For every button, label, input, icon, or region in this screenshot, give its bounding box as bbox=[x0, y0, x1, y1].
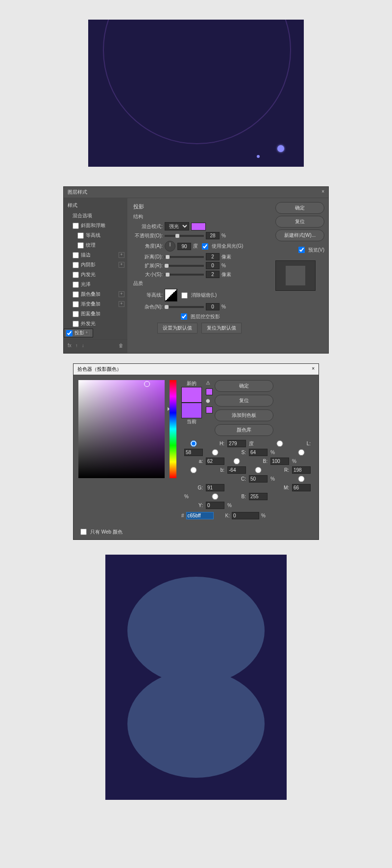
sidebar-header[interactable]: 样式 bbox=[64, 200, 127, 211]
g-input[interactable] bbox=[206, 484, 224, 491]
add-icon[interactable]: + bbox=[84, 330, 90, 336]
fx-gradient-overlay[interactable]: 渐变叠加+ bbox=[64, 299, 127, 309]
r-input[interactable] bbox=[292, 466, 311, 474]
opacity-input[interactable] bbox=[206, 232, 220, 239]
fx-inner-shadow[interactable]: 内阴影+ bbox=[64, 260, 127, 270]
fx-color-overlay[interactable]: 颜色叠加+ bbox=[64, 289, 127, 299]
cancel-button[interactable]: 复位 bbox=[215, 395, 273, 407]
knockout-checkbox[interactable] bbox=[181, 313, 187, 320]
b-input[interactable] bbox=[270, 458, 289, 465]
warning-swatch[interactable] bbox=[206, 388, 213, 395]
ok-button[interactable]: 确定 bbox=[275, 202, 324, 214]
checkbox[interactable] bbox=[73, 281, 79, 288]
add-swatch-button[interactable]: 添加到色板 bbox=[215, 409, 273, 421]
fx-contour[interactable]: 等高线 bbox=[64, 230, 127, 240]
blend-mode-select[interactable]: 强光 bbox=[165, 222, 189, 230]
h-input[interactable] bbox=[227, 440, 246, 447]
fx-label[interactable]: fx bbox=[68, 343, 72, 348]
s-input[interactable] bbox=[249, 449, 268, 456]
l-input[interactable] bbox=[184, 449, 203, 456]
spread-slider[interactable] bbox=[165, 265, 204, 267]
fx-satin[interactable]: 光泽 bbox=[64, 280, 127, 289]
current-color-swatch[interactable] bbox=[181, 403, 202, 418]
make-default-button[interactable]: 设置为默认值 bbox=[157, 323, 197, 333]
size-label: 大小(S): bbox=[133, 271, 163, 278]
b2-radio[interactable] bbox=[184, 467, 203, 473]
noise-slider[interactable] bbox=[165, 306, 204, 308]
reset-default-button[interactable]: 复位为默认值 bbox=[201, 323, 242, 333]
web-only-checkbox[interactable] bbox=[80, 529, 87, 535]
c-input[interactable] bbox=[249, 475, 268, 483]
ok-button[interactable]: 确定 bbox=[215, 380, 273, 392]
contour-picker[interactable] bbox=[165, 289, 177, 302]
opacity-slider[interactable] bbox=[165, 235, 204, 237]
color-field[interactable] bbox=[78, 380, 165, 478]
checkbox[interactable] bbox=[73, 321, 79, 327]
add-icon[interactable]: + bbox=[119, 291, 124, 297]
checkbox[interactable] bbox=[73, 223, 79, 229]
angle-dial[interactable] bbox=[165, 241, 175, 252]
angle-input[interactable] bbox=[177, 243, 191, 250]
add-icon[interactable]: + bbox=[119, 262, 124, 268]
r-radio[interactable] bbox=[249, 467, 268, 473]
cancel-button[interactable]: 复位 bbox=[275, 216, 324, 228]
fx-drop-shadow[interactable]: 投影+ bbox=[64, 329, 93, 337]
antialias-checkbox[interactable] bbox=[181, 292, 188, 299]
fx-pattern-overlay[interactable]: 图案叠加 bbox=[64, 309, 127, 319]
global-light-checkbox[interactable] bbox=[202, 243, 208, 250]
hue-slider[interactable] bbox=[170, 380, 176, 478]
checkbox[interactable] bbox=[73, 252, 79, 258]
l-radio[interactable] bbox=[270, 440, 289, 447]
distance-slider[interactable] bbox=[165, 256, 204, 258]
checkbox[interactable] bbox=[73, 262, 79, 268]
checkbox[interactable] bbox=[66, 330, 73, 336]
y-input[interactable] bbox=[206, 502, 224, 509]
b2-input[interactable] bbox=[227, 466, 246, 474]
fx-stroke[interactable]: 描边+ bbox=[64, 250, 127, 260]
m-input[interactable] bbox=[292, 484, 311, 491]
fx-outer-glow[interactable]: 外发光 bbox=[64, 319, 127, 329]
bb-input[interactable] bbox=[249, 493, 268, 500]
titlebar[interactable]: 拾色器（投影颜色） × bbox=[74, 364, 318, 375]
fx-inner-glow[interactable]: 内发光 bbox=[64, 270, 127, 280]
color-library-button[interactable]: 颜色库 bbox=[215, 424, 273, 436]
size-slider[interactable] bbox=[165, 274, 204, 276]
distance-input[interactable] bbox=[206, 253, 220, 260]
checkbox[interactable] bbox=[77, 242, 84, 249]
checkbox[interactable] bbox=[73, 311, 79, 317]
trash-icon[interactable]: 🗑 bbox=[119, 343, 123, 348]
checkbox[interactable] bbox=[77, 232, 84, 239]
add-icon[interactable]: + bbox=[119, 252, 124, 258]
add-icon[interactable]: + bbox=[119, 301, 124, 307]
spread-input[interactable] bbox=[206, 262, 220, 269]
hex-input[interactable] bbox=[186, 512, 214, 519]
close-icon[interactable]: × bbox=[312, 366, 315, 373]
fx-bevel[interactable]: 斜面和浮雕 bbox=[64, 221, 127, 230]
checkbox[interactable] bbox=[73, 272, 79, 278]
cube-icon[interactable]: ⬢ bbox=[206, 398, 213, 404]
new-color-swatch[interactable] bbox=[181, 387, 202, 403]
h-radio[interactable] bbox=[184, 440, 203, 447]
close-icon[interactable]: × bbox=[321, 189, 324, 196]
preview-checkbox[interactable] bbox=[298, 247, 305, 253]
s-radio[interactable] bbox=[206, 449, 224, 456]
blend-options[interactable]: 混合选项 bbox=[64, 211, 127, 221]
warning-icon[interactable]: ⚠ bbox=[206, 380, 213, 385]
k-input[interactable] bbox=[232, 512, 259, 519]
g-radio[interactable] bbox=[292, 476, 311, 482]
cube-swatch[interactable] bbox=[206, 407, 213, 413]
color-swatch[interactable] bbox=[191, 223, 206, 230]
bb-radio[interactable] bbox=[206, 493, 224, 500]
b-radio[interactable] bbox=[227, 458, 246, 464]
titlebar[interactable]: 图层样式 × bbox=[64, 187, 328, 198]
new-style-button[interactable]: 新建样式(W)... bbox=[275, 230, 324, 241]
arrow-down-icon[interactable]: ↓ bbox=[82, 343, 84, 348]
checkbox[interactable] bbox=[73, 291, 79, 298]
a-radio[interactable] bbox=[292, 449, 311, 456]
size-input[interactable] bbox=[206, 271, 220, 278]
noise-input[interactable] bbox=[206, 303, 220, 310]
fx-texture[interactable]: 纹理 bbox=[64, 240, 127, 250]
checkbox[interactable] bbox=[73, 301, 79, 307]
arrow-up-icon[interactable]: ↑ bbox=[75, 343, 78, 348]
a-input[interactable] bbox=[206, 458, 224, 465]
